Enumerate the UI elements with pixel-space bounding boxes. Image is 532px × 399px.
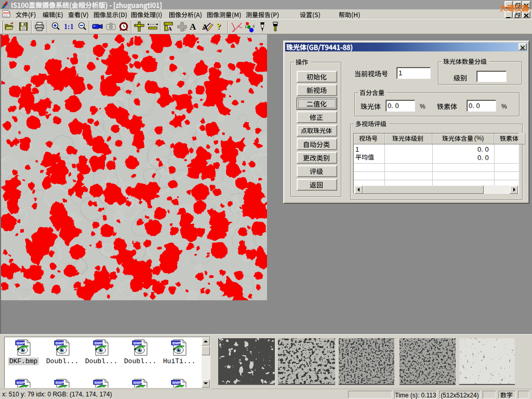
svg-text:2: 2 — [248, 25, 250, 29]
svg-text:A: A — [168, 25, 172, 32]
svg-text:A: A — [190, 22, 196, 32]
svg-text:BMP: BMP — [95, 341, 103, 345]
svg-text:1: 1 — [245, 25, 247, 29]
svg-text:1:1: 1:1 — [64, 23, 74, 31]
svg-text:BMP: BMP — [172, 380, 181, 385]
svg-text:BMP: BMP — [134, 341, 142, 345]
svg-text:BMP: BMP — [56, 341, 64, 345]
svg-text:BMP: BMP — [56, 380, 64, 385]
svg-text:3: 3 — [252, 24, 255, 28]
svg-text:DOC: DOC — [3, 11, 10, 15]
svg-text:BMP: BMP — [172, 341, 181, 345]
svg-text:BMP: BMP — [95, 380, 103, 385]
svg-text:BMP: BMP — [17, 341, 25, 345]
svg-text:BMP: BMP — [17, 380, 25, 385]
svg-text:A: A — [202, 23, 208, 31]
svg-text:?: ? — [217, 22, 221, 31]
svg-text:BMP: BMP — [134, 380, 142, 385]
